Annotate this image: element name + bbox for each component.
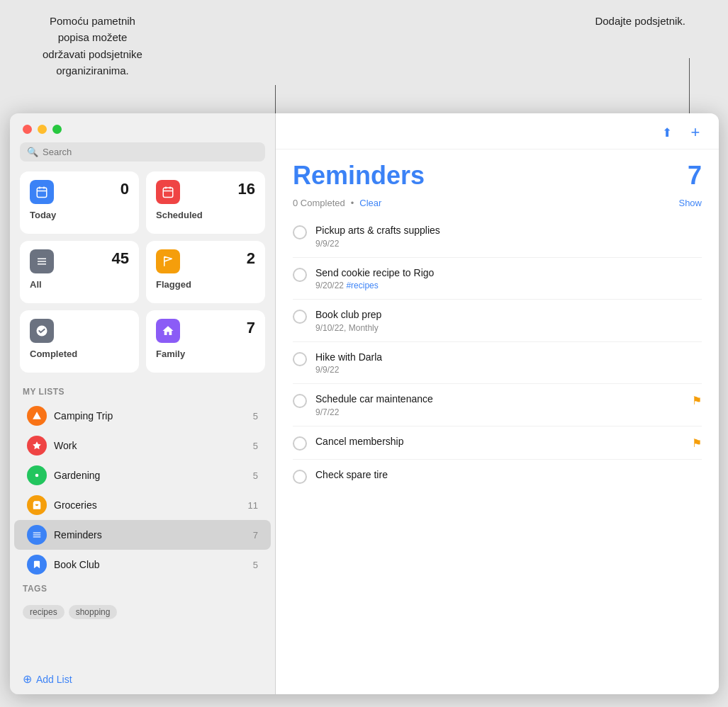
smart-card-family[interactable]: 7 Family — [146, 310, 265, 373]
list-item-work[interactable]: Work 5 — [14, 431, 271, 460]
gardening-list-count: 5 — [253, 470, 258, 481]
list-item-reminders[interactable]: Reminders 7 — [14, 520, 271, 550]
reminder-circle-7[interactable] — [293, 470, 307, 484]
family-count: 7 — [247, 319, 255, 337]
callout-line-right — [689, 58, 690, 116]
show-button[interactable]: Show — [678, 198, 702, 208]
main-content: ⬆︎ + Reminders 7 0 Completed • Clear Sho… — [276, 113, 719, 694]
search-input[interactable] — [43, 147, 258, 157]
list-item-gardening[interactable]: Gardening 5 — [14, 460, 271, 490]
add-list-icon: ⊕ — [23, 672, 32, 686]
svg-marker-12 — [33, 441, 41, 449]
reminder-circle-4[interactable] — [293, 352, 307, 366]
reminders-header: Reminders 7 — [276, 149, 719, 196]
reminder-sub-1: 9/9/22 — [315, 239, 702, 249]
reminder-title-3: Book club prep — [315, 308, 702, 322]
reminders-list: Pickup arts & crafts supplies 9/9/22 Sen… — [276, 215, 719, 694]
svg-rect-4 — [163, 188, 173, 198]
smart-card-top: 2 — [156, 249, 255, 273]
export-button[interactable]: ⬆︎ — [656, 122, 678, 143]
reminder-flag-6: ⚑ — [692, 436, 702, 450]
today-count: 0 — [121, 180, 129, 198]
completed-icon — [30, 319, 54, 343]
reminder-sub-5: 9/7/22 — [315, 407, 683, 417]
minimize-button[interactable] — [38, 125, 47, 134]
work-list-name: Work — [54, 440, 246, 451]
add-reminder-button[interactable]: + — [685, 122, 706, 143]
bookclub-list-count: 5 — [253, 560, 258, 570]
camping-list-name: Camping Trip — [54, 410, 246, 422]
reminder-circle-3[interactable] — [293, 310, 307, 324]
completed-bar: 0 Completed • Clear Show — [276, 196, 719, 215]
tags-header: Tags — [10, 579, 275, 598]
flagged-label: Flagged — [156, 279, 255, 290]
today-icon — [30, 180, 54, 204]
reminder-item-1[interactable]: Pickup arts & crafts supplies 9/9/22 — [293, 215, 702, 258]
groceries-list-icon — [27, 495, 47, 515]
callout-left: Pomoću pametnih popisa možete održavati … — [43, 13, 142, 79]
gardening-list-icon — [27, 465, 47, 485]
reminder-flag-5: ⚑ — [692, 394, 702, 407]
smart-card-all[interactable]: 45 All — [20, 241, 139, 303]
svg-point-13 — [35, 474, 39, 477]
reminder-item-2[interactable]: Send cookie recipe to Rigo 9/20/22 #reci… — [293, 258, 702, 300]
reminder-body-1: Pickup arts & crafts supplies 9/9/22 — [315, 224, 702, 249]
scheduled-count: 16 — [238, 180, 255, 198]
reminder-circle-5[interactable] — [293, 394, 307, 408]
reminder-title-6: Cancel membership — [315, 435, 683, 449]
clear-button[interactable]: Clear — [359, 198, 381, 208]
reminder-title-2: Send cookie recipe to Rigo — [315, 266, 702, 281]
sidebar: 🔍 0 Today 16 Scheduled 45 All 2 Flagged — [10, 113, 276, 694]
smart-grid: 0 Today 16 Scheduled 45 All 2 Flagged Co… — [10, 171, 275, 383]
list-item-bookclub[interactable]: Book Club 5 — [14, 550, 271, 579]
smart-card-top: 45 — [30, 249, 129, 273]
reminder-sub-2: 9/20/22 #recipes — [315, 281, 702, 290]
reminder-title-7: Check spare tire — [315, 468, 702, 482]
maximize-button[interactable] — [52, 125, 62, 134]
all-count: 45 — [112, 249, 129, 268]
smart-card-top: 7 — [156, 319, 255, 343]
reminder-title-5: Schedule car maintenance — [315, 392, 683, 407]
list-item-groceries[interactable]: Groceries 11 — [14, 490, 271, 520]
smart-card-today[interactable]: 0 Today — [20, 171, 139, 234]
reminder-circle-6[interactable] — [293, 436, 307, 451]
flagged-count: 2 — [247, 249, 255, 268]
camping-list-count: 5 — [253, 411, 258, 422]
add-list-label: Add List — [36, 674, 72, 685]
tag-recipes[interactable]: recipes — [23, 605, 65, 619]
reminder-item-6[interactable]: Cancel membership ⚑ — [293, 426, 702, 460]
add-icon: + — [691, 123, 700, 142]
export-icon: ⬆︎ — [662, 125, 672, 140]
reminder-body-6: Cancel membership — [315, 435, 683, 449]
search-bar[interactable]: 🔍 — [20, 142, 265, 162]
family-label: Family — [156, 349, 255, 359]
smart-card-top: 0 — [30, 180, 129, 204]
reminder-circle-1[interactable] — [293, 225, 307, 239]
reminder-body-2: Send cookie recipe to Rigo 9/20/22 #reci… — [315, 266, 702, 291]
list-item-camping[interactable]: Camping Trip 5 — [14, 401, 271, 431]
flagged-icon — [156, 249, 180, 273]
reminder-item-7[interactable]: Check spare tire — [293, 460, 702, 492]
reminder-item-4[interactable]: Hike with Darla 9/9/22 — [293, 342, 702, 385]
toolbar: ⬆︎ + — [276, 113, 719, 149]
tag-shopping[interactable]: shopping — [69, 605, 118, 619]
gardening-list-name: Gardening — [54, 470, 246, 481]
reminder-circle-2[interactable] — [293, 268, 307, 282]
add-list-button[interactable]: ⊕ Add List — [10, 664, 275, 694]
tags-pills: recipesshopping — [23, 605, 262, 619]
reminder-item-5[interactable]: Schedule car maintenance 9/7/22 ⚑ — [293, 384, 702, 426]
close-button[interactable] — [23, 125, 32, 134]
groceries-list-count: 11 — [248, 500, 258, 511]
reminders-title: Reminders — [293, 161, 425, 191]
smart-card-completed[interactable]: Completed — [20, 310, 139, 373]
reminder-item-3[interactable]: Book club prep 9/10/22, Monthly — [293, 300, 702, 342]
search-icon: 🔍 — [27, 147, 38, 157]
work-list-count: 5 — [253, 441, 258, 451]
reminders-list-count: 7 — [253, 530, 258, 541]
smart-card-flagged[interactable]: 2 Flagged — [146, 241, 265, 303]
work-list-icon — [27, 436, 47, 456]
traffic-lights — [10, 113, 275, 142]
reminder-body-5: Schedule car maintenance 9/7/22 — [315, 392, 683, 417]
smart-card-scheduled[interactable]: 16 Scheduled — [146, 171, 265, 234]
reminder-body-7: Check spare tire — [315, 468, 702, 482]
